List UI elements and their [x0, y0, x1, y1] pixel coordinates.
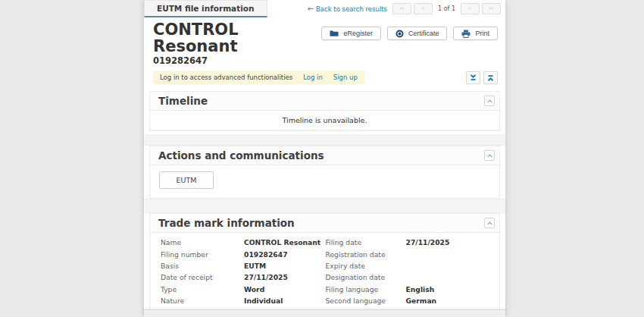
trademark-info-section: Trade mark information NameCONTROL Reson… — [149, 213, 500, 317]
chevron-up-icon — [487, 99, 492, 103]
actions-collapse-button[interactable] — [484, 150, 495, 161]
trademark-info-right-column: Filing date27/11/2025Registration dateEx… — [326, 237, 491, 317]
info-row: Date of receipt27/11/2025 — [161, 271, 326, 283]
title-row: CONTROL Resonant 019282647 eRegister Cer… — [144, 17, 505, 66]
collapse-all-icon — [487, 74, 494, 81]
info-row: Expiry date — [326, 260, 491, 271]
info-row: BasisEUTM — [161, 260, 326, 271]
info-row: Registration date — [326, 248, 491, 259]
field-label: Name — [161, 238, 244, 246]
info-row: Designation date — [326, 271, 491, 283]
pager-status: 1 of 1 — [438, 5, 455, 12]
timeline-collapse-button[interactable] — [484, 96, 495, 106]
sign-up-link[interactable]: Sign up — [333, 74, 358, 81]
timeline-title: Timeline — [158, 95, 208, 107]
field-label: Second language — [326, 297, 406, 305]
field-value: Individual — [244, 297, 326, 305]
next-section-partial — [144, 309, 505, 317]
info-row: Filing languageEnglish — [326, 284, 491, 295]
timeline-empty-message: Timeline is unavailable. — [150, 111, 499, 130]
field-label: Type — [161, 285, 244, 293]
field-value: German — [406, 297, 491, 305]
actions-body: EUTM — [150, 165, 499, 198]
next-result-button[interactable]: › — [461, 3, 480, 14]
field-value: CONTROL Resonant — [244, 238, 326, 246]
actions-section: Actions and communications EUTM — [149, 146, 500, 199]
eutm-file-panel: EUTM file information ← Back to search r… — [144, 0, 505, 317]
trademark-name-title: CONTROL Resonant — [153, 21, 321, 55]
top-row: EUTM file information ← Back to search r… — [144, 0, 505, 17]
section-toggle-buttons — [466, 71, 498, 84]
field-label: Filing language — [326, 285, 406, 293]
log-in-link[interactable]: Log in — [303, 74, 323, 81]
field-value: EUTM — [244, 262, 326, 270]
certificate-button[interactable]: Certificate — [387, 27, 448, 40]
back-arrow-icon: ← — [308, 5, 314, 13]
info-row: Filing number019282647 — [161, 248, 326, 259]
result-pager: ‹‹ ‹ 1 of 1 › ›› — [392, 3, 501, 14]
field-value — [406, 262, 491, 270]
section-gap — [144, 199, 505, 213]
field-value: English — [406, 285, 491, 293]
field-label: Designation date — [326, 273, 406, 281]
results-navigation: ← Back to search results ‹‹ ‹ 1 of 1 › ›… — [308, 3, 501, 14]
field-label: Date of receipt — [161, 273, 244, 281]
chevron-up-icon — [487, 154, 492, 158]
back-to-search-results-link[interactable]: ← Back to search results — [308, 5, 387, 13]
field-label: Filing date — [326, 238, 406, 246]
actions-tab-eutm[interactable]: EUTM — [159, 171, 214, 189]
field-value: 27/11/2025 — [244, 273, 326, 281]
print-button[interactable]: Print — [453, 27, 498, 40]
certificate-icon — [395, 30, 404, 38]
section-gap — [144, 134, 505, 146]
info-row: Second languageGerman — [326, 295, 491, 306]
actions-title: Actions and communications — [158, 149, 324, 162]
info-row: NameCONTROL Resonant — [161, 237, 326, 248]
timeline-header: Timeline — [150, 92, 499, 111]
field-value: 27/11/2025 — [406, 238, 491, 246]
expand-all-icon — [470, 74, 477, 81]
login-banner-message: Log in to access advanced functionalitie… — [160, 74, 292, 81]
field-label: Filing number — [161, 250, 244, 259]
trademark-info-header: Trade mark information — [150, 214, 499, 233]
first-result-button[interactable]: ‹‹ — [392, 3, 411, 14]
info-row: TypeWord — [161, 284, 326, 295]
last-result-button[interactable]: ›› — [482, 3, 501, 14]
info-row: NatureIndividual — [161, 295, 326, 306]
trademark-info-title: Trade mark information — [158, 217, 295, 229]
toolbar: eRegister Certificate Print — [321, 27, 498, 66]
field-value — [406, 273, 491, 281]
field-value: Word — [244, 285, 326, 293]
timeline-section: Timeline Timeline is unavailable. — [149, 91, 500, 131]
actions-header: Actions and communications — [150, 146, 499, 165]
field-label: Expiry date — [326, 262, 406, 270]
tab-eutm-file-information[interactable]: EUTM file information — [144, 0, 267, 17]
field-value: 019282647 — [244, 250, 326, 259]
field-label: Basis — [161, 262, 244, 270]
trademark-info-left-column: NameCONTROL ResonantFiling number0192826… — [161, 237, 326, 317]
field-value — [406, 250, 491, 259]
trademark-info-body: NameCONTROL ResonantFiling number0192826… — [150, 233, 499, 317]
banner-row: Log in to access advanced functionalitie… — [144, 66, 505, 84]
chevron-up-icon — [487, 221, 492, 225]
folder-icon — [330, 30, 339, 37]
application-number: 019282647 — [153, 55, 321, 66]
field-label: Registration date — [326, 250, 406, 259]
printer-icon — [461, 30, 470, 38]
trademark-collapse-button[interactable] — [484, 218, 495, 228]
field-label: Nature — [161, 297, 244, 305]
login-banner: Log in to access advanced functionalitie… — [153, 71, 364, 84]
previous-result-button[interactable]: ‹ — [414, 3, 433, 14]
expand-all-button[interactable] — [466, 71, 480, 84]
info-row: Filing date27/11/2025 — [326, 237, 491, 248]
collapse-all-button[interactable] — [483, 71, 498, 84]
eregister-button[interactable]: eRegister — [321, 27, 381, 40]
